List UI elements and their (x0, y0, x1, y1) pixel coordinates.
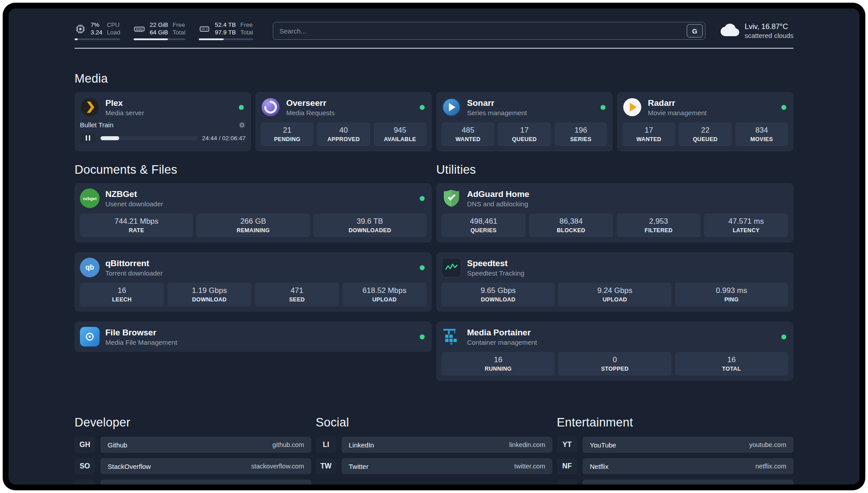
stat-label: DOWNLOAD (169, 297, 250, 303)
sonarr-card[interactable]: Sonarr Series management 485 WANTED 17 Q… (436, 92, 613, 151)
bookmark-link-dev[interactable]: DEV dev.to (100, 480, 311, 485)
overseerr-card[interactable]: Overseerr Media Requests 21 PENDING 40 A… (255, 92, 432, 151)
pause-button[interactable] (80, 132, 96, 144)
app-title: Speedtest (467, 259, 788, 268)
stat-tile: 945 AVAILABLE (374, 122, 426, 146)
stat-value: 0 (560, 355, 669, 364)
bookmark-link-github[interactable]: Github github.com (100, 437, 311, 453)
stat-tile: 1.19 Gbps DOWNLOAD (167, 283, 251, 306)
stat-value: 498,461 (443, 217, 524, 226)
stat-tile: 16 TOTAL (675, 352, 788, 376)
gear-icon[interactable] (238, 121, 246, 129)
stat-label: WANTED (443, 136, 492, 142)
seek-bar[interactable] (100, 136, 197, 140)
stat-value: 86,384 (531, 217, 611, 226)
bookmark-abbr-stackoverflow[interactable]: SO (75, 458, 95, 474)
stat-label: BLOCKED (531, 227, 611, 234)
bookmark-row: GH Github github.com (75, 437, 311, 453)
bookmark-link-linkedin[interactable]: LinkedIn linkedin.com (342, 437, 552, 453)
playback-time: 24:44 / 02:06:47 (202, 135, 246, 142)
bookmark-url: youtube.com (749, 441, 786, 448)
stat-value: 485 (443, 126, 492, 135)
bookmark-row: DT DEV dev.to (75, 480, 311, 485)
bookmark-url: stackoverflow.com (251, 463, 304, 470)
disk-total-value: 97.9 TB (215, 29, 236, 37)
dashboard: 7% 3.24 CPU Load (8, 8, 860, 485)
status-dot-online (420, 196, 425, 201)
disk-free-value: 52.4 TB (215, 21, 236, 29)
radarr-icon (622, 97, 642, 117)
stat-label: QUERIES (443, 227, 524, 234)
search-bar[interactable]: G (273, 22, 705, 40)
app-title: Sonarr (467, 98, 595, 108)
bookmark-url: netflix.com (755, 463, 786, 470)
stat-tile: 196 SERIES (555, 122, 607, 146)
bookmark-abbr-dev[interactable]: DT (75, 480, 95, 485)
bookmark-abbr-youtube[interactable]: YT (557, 437, 577, 453)
qbittorrent-card[interactable]: qb qBittorrent Torrent downloader 16 LEE… (75, 252, 432, 312)
stat-label: PING (677, 297, 786, 303)
nzbget-icon-text: nzbget (83, 196, 97, 201)
plex-card[interactable]: Plex Media server Bullet Train (75, 92, 251, 151)
bookmark-abbr-twitter[interactable]: TW (316, 458, 336, 474)
app-subtitle: Usenet downloader (105, 200, 414, 208)
stat-value: 16 (82, 286, 162, 295)
bookmark-link-reddit[interactable]: Reddit reddit.com (583, 480, 793, 485)
plex-icon (80, 97, 100, 117)
stat-value: 40 (319, 126, 368, 135)
stat-tile: 86,384 BLOCKED (529, 213, 613, 237)
bookmark-abbr-reddit[interactable]: RE (557, 480, 577, 485)
stat-value: 39.6 TB (315, 217, 425, 226)
disk-icon (199, 23, 210, 35)
bookmark-link-netflix[interactable]: Netflix netflix.com (583, 458, 793, 474)
portainer-card[interactable]: Media Portainer Container management 16 … (436, 322, 793, 381)
stat-label: WANTED (624, 136, 673, 142)
stat-value: 1.19 Gbps (169, 286, 250, 295)
stat-value: 22 (680, 126, 730, 135)
app-subtitle: Torrent downloader (105, 269, 414, 277)
nzbget-card[interactable]: nzbget NZBGet Usenet downloader 744.21 M… (75, 183, 432, 242)
section-title-utilities: Utilities (436, 163, 793, 177)
bookmark-link-twitter[interactable]: Twitter twitter.com (342, 458, 552, 474)
speedtest-card[interactable]: Speedtest Speedtest Tracking 9.65 Gbps D… (436, 252, 793, 312)
bookmark-url: dev.to (287, 484, 304, 485)
stat-value: 21 (263, 126, 312, 135)
radarr-card[interactable]: Radarr Movie management 17 WANTED 22 QUE… (617, 92, 793, 151)
bookmark-link-youtube[interactable]: YouTube youtube.com (583, 437, 793, 453)
ram-progress-fill (134, 38, 167, 40)
section-title-social: Social (316, 416, 552, 430)
stat-value: 16 (677, 355, 786, 364)
stat-label: QUEUED (500, 136, 549, 142)
filebrowser-card[interactable]: File Browser Media File Management (75, 322, 432, 352)
stat-label: APPROVED (319, 136, 368, 142)
adguard-card[interactable]: AdGuard Home DNS and adblocking 498,461 … (436, 183, 793, 242)
bookmark-abbr-github[interactable]: GH (75, 437, 95, 453)
stat-value: 471 (257, 286, 337, 295)
search-input[interactable] (280, 27, 687, 35)
cpu-stat: 7% 3.24 CPU Load (75, 21, 120, 41)
stat-tile: 618.52 Mbps UPLOAD (342, 283, 426, 306)
bookmark-link-stackoverflow[interactable]: StackOverflow stackoverflow.com (100, 458, 311, 474)
overseerr-icon (261, 97, 280, 117)
bookmarks-area: Developer GH Github github.com SO StackO… (75, 416, 793, 485)
bookmark-group-entertainment: Entertainment YT YouTube youtube.com NF … (557, 416, 793, 485)
cpu-load-label: Load (107, 29, 120, 37)
app-subtitle: Speedtest Tracking (467, 269, 788, 277)
search-engine-button[interactable]: G (687, 24, 703, 38)
bookmark-abbr-linkedin[interactable]: LI (316, 437, 336, 453)
stat-tile: 498,461 QUERIES (442, 213, 526, 237)
stat-value: 17 (500, 126, 549, 135)
app-title: Radarr (648, 98, 776, 108)
stat-value: 16 (443, 355, 553, 364)
app-subtitle: Movie management (648, 109, 776, 117)
app-title: AdGuard Home (467, 189, 788, 199)
stat-label: QUEUED (680, 136, 730, 142)
topbar-divider (75, 48, 793, 49)
bookmark-abbr-netflix[interactable]: NF (557, 458, 577, 474)
bookmark-url: linkedin.com (509, 441, 545, 448)
bookmark-name: Reddit (590, 484, 609, 485)
top-bar: 7% 3.24 CPU Load (75, 20, 793, 42)
bookmark-row: LI LinkedIn linkedin.com (316, 437, 552, 453)
stat-value: 0.993 ms (677, 286, 786, 295)
stat-tile: 2,953 FILTERED (617, 213, 701, 237)
